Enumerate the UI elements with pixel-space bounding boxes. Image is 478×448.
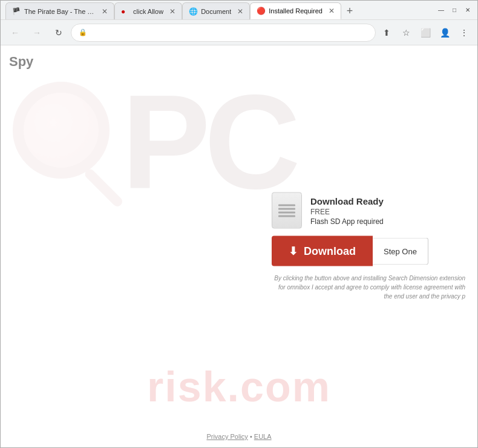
eula-link[interactable]: EULA bbox=[254, 433, 272, 440]
forward-button: → bbox=[27, 23, 47, 42]
site-logo: Spy bbox=[9, 54, 33, 70]
window-maximize-button[interactable]: □ bbox=[450, 5, 459, 15]
product-price: FREE bbox=[310, 207, 384, 216]
tab-label-piratebay: The Pirate Bay - The ga... bbox=[24, 8, 96, 15]
tab-favicon-installed: 🔴 bbox=[257, 7, 265, 15]
tab-close-document[interactable]: ✕ bbox=[237, 7, 243, 16]
bookmark-button[interactable]: ☆ bbox=[398, 24, 414, 41]
icon-bar-2 bbox=[278, 208, 295, 209]
tab-document[interactable]: 🌐 Document ✕ bbox=[182, 2, 250, 19]
lock-icon: 🔒 bbox=[79, 28, 87, 36]
add-tab-button[interactable]: + bbox=[341, 2, 358, 19]
page-content: Spy PC risk.com bbox=[1, 45, 477, 447]
icon-bars bbox=[275, 199, 299, 222]
tab-installed[interactable]: 🔴 Installed Required ✕ bbox=[250, 2, 341, 19]
tab-close-installed[interactable]: ✕ bbox=[329, 7, 335, 15]
title-bar: 🏴 The Pirate Bay - The ga... ✕ ● click A… bbox=[1, 1, 477, 20]
product-info: Download Ready FREE Flash SD App require… bbox=[272, 193, 384, 229]
product-icon bbox=[272, 193, 302, 229]
tab-favicon-document: 🌐 bbox=[189, 7, 197, 16]
address-bar[interactable]: 🔒 bbox=[71, 24, 376, 42]
magnifier-watermark bbox=[13, 82, 134, 227]
step-one-button[interactable]: Step One bbox=[373, 237, 428, 265]
tab-clickallow[interactable]: ● click Allow ✕ bbox=[114, 2, 182, 19]
tab-close-piratebay[interactable]: ✕ bbox=[102, 7, 108, 16]
window-minimize-button[interactable]: — bbox=[436, 5, 446, 15]
magnifier-circle bbox=[13, 82, 110, 179]
download-label: Download bbox=[304, 245, 356, 257]
browser-window: 🏴 The Pirate Bay - The ga... ✕ ● click A… bbox=[0, 0, 478, 448]
share-button[interactable]: ⬆ bbox=[378, 24, 395, 41]
download-buttons: ⬇ Download Step One bbox=[272, 236, 428, 266]
tab-bar: 🏴 The Pirate Bay - The ga... ✕ ● click A… bbox=[5, 1, 431, 19]
back-button: ← bbox=[5, 23, 25, 42]
product-details: Download Ready FREE Flash SD App require… bbox=[310, 196, 384, 225]
window-controls: — □ ✕ bbox=[436, 5, 473, 15]
nav-actions: ⬆ ☆ ⬜ 👤 ⋮ bbox=[378, 24, 473, 41]
extensions-button[interactable]: ⬜ bbox=[417, 24, 434, 41]
download-card: Download Ready FREE Flash SD App require… bbox=[260, 180, 477, 313]
page-footer: Privacy Policy • EULA bbox=[1, 433, 477, 440]
risk-watermark: risk.com bbox=[1, 363, 477, 411]
magnifier-handle bbox=[83, 167, 124, 208]
tab-favicon-piratebay: 🏴 bbox=[12, 7, 21, 16]
profile-button[interactable]: 👤 bbox=[436, 24, 453, 41]
product-requirement: Flash SD App required bbox=[310, 217, 384, 225]
download-button[interactable]: ⬇ Download bbox=[272, 236, 373, 266]
download-icon: ⬇ bbox=[289, 245, 298, 258]
product-title: Download Ready bbox=[310, 196, 384, 206]
tab-label-document: Document bbox=[201, 8, 231, 15]
navigation-bar: ← → ↻ 🔒 ⬆ ☆ ⬜ 👤 ⋮ bbox=[1, 20, 477, 45]
window-close-button[interactable]: ✕ bbox=[463, 5, 473, 15]
tab-piratebay[interactable]: 🏴 The Pirate Bay - The ga... ✕ bbox=[5, 2, 114, 19]
icon-bar-1 bbox=[278, 204, 295, 206]
tab-close-clickallow[interactable]: ✕ bbox=[169, 7, 175, 16]
privacy-policy-link[interactable]: Privacy Policy bbox=[206, 433, 247, 440]
tab-label-installed: Installed Required bbox=[269, 7, 322, 15]
footer-separator: • bbox=[250, 433, 254, 440]
tab-label-clickallow: click Allow bbox=[133, 8, 163, 15]
reload-button[interactable]: ↻ bbox=[49, 23, 68, 42]
icon-bar-3 bbox=[278, 211, 295, 213]
disclaimer-text: By clicking the button above and install… bbox=[272, 274, 465, 301]
menu-button[interactable]: ⋮ bbox=[456, 24, 473, 41]
tab-favicon-clickallow: ● bbox=[121, 7, 129, 16]
icon-bar-4 bbox=[278, 215, 295, 217]
